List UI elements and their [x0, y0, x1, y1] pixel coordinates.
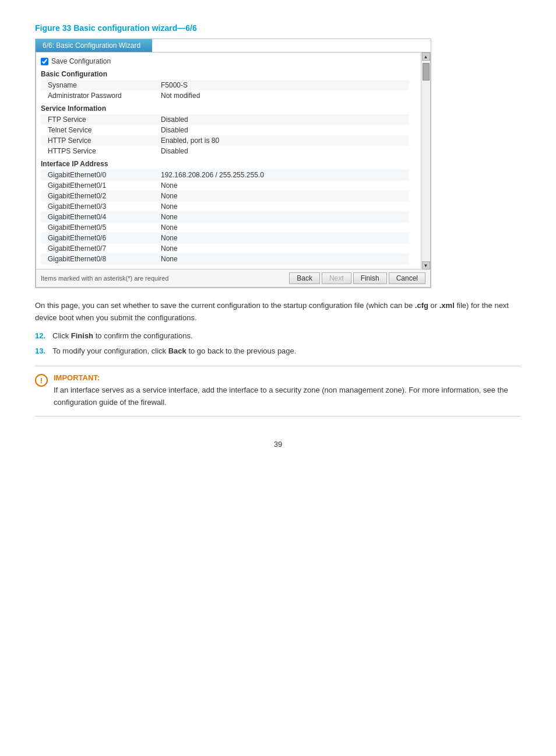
description-paragraph: On this page, you can set whether to sav… [35, 300, 521, 324]
table-row: GigabitEthernet0/2 None [41, 191, 409, 201]
table-row: GigabitEthernet0/4 None [41, 212, 409, 222]
back-button[interactable]: Back [289, 272, 320, 284]
row-label: GigabitEthernet0/2 [41, 191, 157, 201]
row-value: None [157, 243, 409, 254]
save-config-row: Save Configuration [41, 57, 409, 65]
row-value: Disabled [157, 125, 409, 135]
row-value: 192.168.208.206 / 255.255.255.0 [157, 170, 409, 180]
save-config-label: Save Configuration [51, 57, 111, 65]
row-label: HTTPS Service [41, 146, 157, 156]
wizard-footer: Items marked with an asterisk(*) are req… [36, 269, 430, 287]
row-label: GigabitEthernet0/3 [41, 201, 157, 212]
table-row: GigabitEthernet0/3 None [41, 201, 409, 212]
section-header-interface: Interface IP Address [41, 160, 409, 168]
row-value: Enabled, port is 80 [157, 135, 409, 146]
step-13-text: To modify your configuration, click Back… [52, 345, 521, 358]
row-value: None [157, 233, 409, 243]
row-value: None [157, 191, 409, 201]
step-12-text: Click Finish to confirm the configuratio… [52, 330, 521, 342]
back-emphasis: Back [168, 346, 186, 355]
important-box: ! IMPORTANT: If an interface serves as a… [35, 366, 521, 416]
table-row: FTP Service Disabled [41, 114, 409, 125]
row-value: None [157, 222, 409, 233]
row-value: Disabled [157, 114, 409, 125]
row-label: GigabitEthernet0/7 [41, 243, 157, 254]
row-value: None [157, 254, 409, 264]
row-label: GigabitEthernet0/5 [41, 222, 157, 233]
table-row: HTTP Service Enabled, port is 80 [41, 135, 409, 146]
step-12: 12. Click Finish to confirm the configur… [35, 330, 521, 342]
wizard-content: Save Configuration Basic Configuration S… [36, 52, 421, 269]
step-13: 13. To modify your configuration, click … [35, 345, 521, 358]
interface-table: GigabitEthernet0/0 192.168.208.206 / 255… [41, 170, 409, 264]
row-value: F5000-S [157, 80, 409, 90]
table-row: Administrator Password Not modified [41, 90, 409, 101]
scroll-up-button[interactable]: ▲ [422, 52, 430, 61]
row-value: Not modified [157, 90, 409, 101]
step-12-number: 12. [35, 330, 52, 342]
important-label: IMPORTANT: [54, 373, 521, 382]
row-label: Administrator Password [41, 90, 157, 101]
cfg-text: .cfg [415, 301, 428, 310]
row-label: GigabitEthernet0/8 [41, 254, 157, 264]
row-value: None [157, 180, 409, 191]
row-label: GigabitEthernet0/6 [41, 233, 157, 243]
row-label: GigabitEthernet0/4 [41, 212, 157, 222]
cancel-button[interactable]: Cancel [389, 272, 425, 284]
next-button[interactable]: Next [322, 272, 351, 284]
table-row: GigabitEthernet0/1 None [41, 180, 409, 191]
row-label: GigabitEthernet0/1 [41, 180, 157, 191]
page-number: 39 [35, 440, 521, 449]
row-value: None [157, 201, 409, 212]
table-row: GigabitEthernet0/5 None [41, 222, 409, 233]
scroll-down-button[interactable]: ▼ [422, 261, 430, 270]
section-header-service: Service Information [41, 104, 409, 113]
row-value: Disabled [157, 146, 409, 156]
xml-text: .xml [439, 301, 455, 310]
row-label: Sysname [41, 80, 157, 90]
wizard-body: ▲ ▼ Save Configuration Basic Configurati… [36, 52, 431, 288]
step-list: 12. Click Finish to confirm the configur… [35, 330, 521, 358]
footer-buttons: Back Next Finish Cancel [289, 272, 425, 284]
basic-config-table: Sysname F5000-S Administrator Password N… [41, 80, 409, 101]
row-label: Telnet Service [41, 125, 157, 135]
scroll-thumb[interactable] [423, 63, 430, 80]
save-config-checkbox[interactable] [41, 58, 48, 65]
table-row: GigabitEthernet0/6 None [41, 233, 409, 243]
figure-title: Figure 33 Basic configuration wizard—6/6 [35, 23, 521, 33]
important-icon: ! [35, 374, 48, 387]
table-row: Sysname F5000-S [41, 80, 409, 90]
scrollbar[interactable]: ▲ ▼ [421, 52, 430, 270]
step-13-number: 13. [35, 345, 52, 358]
table-row: GigabitEthernet0/7 None [41, 243, 409, 254]
important-text: If an interface serves as a service inte… [54, 384, 521, 409]
row-label: HTTP Service [41, 135, 157, 146]
wizard-container: 6/6: Basic Configuration Wizard ▲ ▼ Save… [35, 38, 431, 288]
row-label: FTP Service [41, 114, 157, 125]
wizard-tab: 6/6: Basic Configuration Wizard [36, 39, 152, 52]
table-row: GigabitEthernet0/8 None [41, 254, 409, 264]
footer-note: Items marked with an asterisk(*) are req… [41, 275, 289, 282]
finish-emphasis: Finish [71, 331, 93, 340]
row-value: None [157, 212, 409, 222]
table-row: Telnet Service Disabled [41, 125, 409, 135]
table-row: GigabitEthernet0/0 192.168.208.206 / 255… [41, 170, 409, 180]
finish-button[interactable]: Finish [353, 272, 387, 284]
section-header-basic: Basic Configuration [41, 70, 409, 78]
important-content: IMPORTANT: If an interface serves as a s… [54, 373, 521, 409]
row-label: GigabitEthernet0/0 [41, 170, 157, 180]
service-info-table: FTP Service Disabled Telnet Service Disa… [41, 114, 409, 156]
table-row: HTTPS Service Disabled [41, 146, 409, 156]
